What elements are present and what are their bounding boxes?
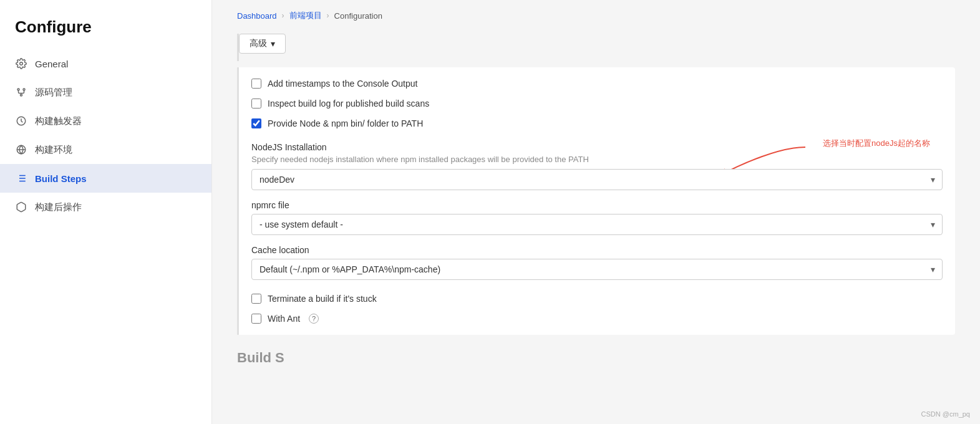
list-icon xyxy=(15,172,27,185)
sidebar-item-triggers-label: 构建触发器 xyxy=(35,115,82,127)
checkbox-timestamps[interactable] xyxy=(251,79,261,89)
breadcrumb-sep-2: › xyxy=(327,11,329,20)
sidebar-item-general-label: General xyxy=(35,59,68,69)
checkbox-nodepath-label[interactable]: Provide Node & npm bin/ folder to PATH xyxy=(268,118,423,128)
sidebar-item-source[interactable]: 源码管理 xyxy=(0,78,211,107)
checkbox-terminate-label[interactable]: Terminate a build if it's stuck xyxy=(268,294,377,304)
sidebar-item-build-steps[interactable]: Build Steps xyxy=(0,164,211,193)
sidebar-item-post-build[interactable]: 构建后操作 xyxy=(0,193,211,221)
sidebar-item-build-steps-label: Build Steps xyxy=(35,173,87,184)
nodejs-select[interactable]: nodeDev xyxy=(251,169,943,190)
npmrc-select-wrapper: - use system default - xyxy=(251,214,943,235)
sidebar: Configure General 源码管理 构建触发器 构建环境 xyxy=(0,0,212,424)
npmrc-select[interactable]: - use system default - xyxy=(251,214,943,235)
nodejs-installation-desc: Specify needed nodejs installation where… xyxy=(251,155,943,164)
breadcrumb-project[interactable]: 前端项目 xyxy=(289,10,322,21)
breadcrumb: Dashboard › 前端项目 › Configuration xyxy=(237,0,955,21)
nodejs-select-wrapper: nodeDev xyxy=(251,169,943,190)
sidebar-item-env[interactable]: 构建环境 xyxy=(0,135,211,164)
configure-title: Configure xyxy=(0,0,211,49)
fork-icon xyxy=(15,86,27,99)
checkbox-timestamps-label[interactable]: Add timestamps to the Console Output xyxy=(268,79,417,89)
gear-icon xyxy=(15,57,27,70)
globe-icon xyxy=(15,143,27,156)
breadcrumb-current: Configuration xyxy=(334,11,382,21)
sidebar-item-post-build-label: 构建后操作 xyxy=(35,201,82,213)
svg-point-2 xyxy=(23,89,25,90)
checkbox-terminate-row: Terminate a build if it's stuck xyxy=(251,289,943,309)
partial-section-title: Build S xyxy=(237,350,955,369)
checkbox-inspect-row: Inspect build log for published build sc… xyxy=(251,94,943,113)
advanced-dropdown-icon: ▾ xyxy=(271,39,275,49)
annotation-text: 选择当时配置nodeJs起的名称 xyxy=(823,138,930,149)
cache-label: Cache location xyxy=(251,245,943,255)
checkbox-withant[interactable] xyxy=(251,314,261,324)
sidebar-item-triggers[interactable]: 构建触发器 xyxy=(0,107,211,135)
checkbox-terminate[interactable] xyxy=(251,294,261,304)
npmrc-label: npmrc file xyxy=(251,200,943,210)
checkbox-inspect-label[interactable]: Inspect build log for published build sc… xyxy=(268,99,429,108)
checkbox-nodepath[interactable] xyxy=(251,118,261,128)
main-content: Dashboard › 前端项目 › Configuration 高级 ▾ Ad… xyxy=(212,0,980,424)
checkbox-inspect[interactable] xyxy=(251,99,261,108)
advanced-button-label: 高级 xyxy=(250,38,267,49)
cube-icon xyxy=(15,201,27,213)
sidebar-item-general[interactable]: General xyxy=(0,49,211,78)
svg-point-1 xyxy=(17,89,19,90)
clock-icon xyxy=(15,115,27,127)
sidebar-item-source-label: 源码管理 xyxy=(35,87,72,99)
footer-credit: CSDN @cm_pq xyxy=(921,410,970,418)
nodejs-dropdown-area: 选择当时配置nodeJs起的名称 nodeDev xyxy=(251,169,943,190)
cache-select[interactable]: Default (~/.npm or %APP_DATA%\npm-cache) xyxy=(251,259,943,280)
checkbox-withant-row: With Ant ? xyxy=(251,309,943,329)
help-icon[interactable]: ? xyxy=(309,314,319,324)
breadcrumb-sep-1: › xyxy=(282,11,284,20)
svg-point-0 xyxy=(20,62,23,65)
checkbox-withant-label[interactable]: With Ant xyxy=(268,314,300,324)
advanced-button[interactable]: 高级 ▾ xyxy=(239,34,286,54)
breadcrumb-dashboard[interactable]: Dashboard xyxy=(237,11,277,21)
checkbox-timestamps-row: Add timestamps to the Console Output xyxy=(251,74,943,94)
sidebar-item-env-label: 构建环境 xyxy=(35,144,72,156)
checkbox-nodepath-row: Provide Node & npm bin/ folder to PATH xyxy=(251,113,943,133)
cache-select-wrapper: Default (~/.npm or %APP_DATA%\npm-cache) xyxy=(251,259,943,280)
svg-point-3 xyxy=(21,94,22,96)
